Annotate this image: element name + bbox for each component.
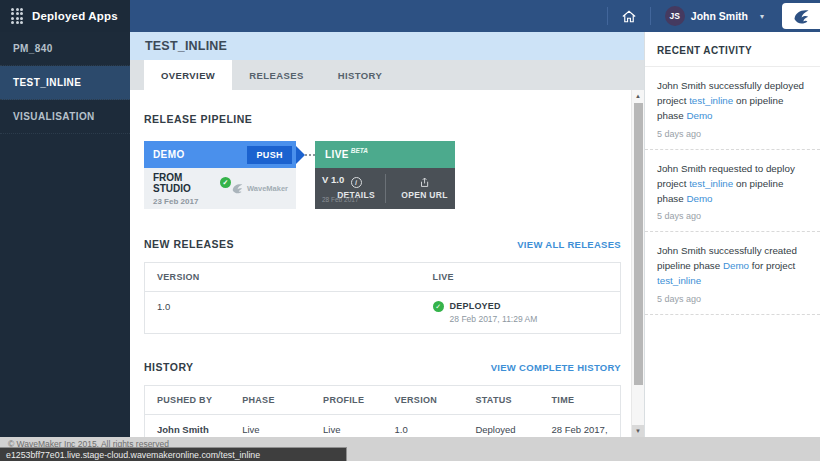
col-profile: PROFILE: [311, 386, 382, 415]
activity-time: 5 days ago: [657, 294, 808, 304]
col-version: VERSION: [145, 263, 421, 292]
deploy-status: DEPLOYED: [450, 301, 538, 311]
push-button[interactable]: PUSH: [247, 146, 292, 164]
phase-name-demo: DEMO: [153, 149, 185, 160]
beta-badge: BETA: [351, 147, 368, 154]
activity-phase-link[interactable]: Demo: [686, 193, 712, 204]
release-pipeline-heading: RELEASE PIPELINE: [144, 113, 621, 125]
table-row: John Smith Live Live 1.0 Deployed 28 Feb…: [145, 415, 621, 438]
demo-deploy-date: 23 Feb 2017: [153, 197, 231, 206]
overview-content: RELEASE PIPELINE DEMO PUSH FROM STUDIO ✓…: [130, 90, 644, 437]
demo-deploy-info: FROM STUDIO ✓ 23 Feb 2017: [153, 172, 231, 206]
wave-icon: [231, 182, 244, 195]
avatar[interactable]: JS: [665, 6, 685, 26]
activity-project-link[interactable]: test_inline: [689, 178, 733, 189]
live-card-header: LIVE BETA: [315, 141, 455, 168]
topbar-right: JS John Smith ▾: [130, 0, 820, 32]
history-pushed-by: John Smith: [145, 415, 231, 438]
view-complete-history-link[interactable]: VIEW COMPLETE HISTORY: [491, 362, 621, 373]
phase-card-demo: DEMO PUSH FROM STUDIO ✓ 23 Feb 2017 Wave…: [144, 141, 296, 209]
phase-card-live: LIVE BETA V 1.0 28 Feb 2017 i DETAILS: [315, 141, 455, 209]
sidebar-item-visualisation[interactable]: VISUALISATION: [0, 100, 130, 134]
divider: [385, 174, 386, 203]
wavemaker-watermark: WaveMaker: [231, 182, 288, 195]
success-check-icon: ✓: [220, 177, 231, 188]
home-icon[interactable]: [608, 0, 650, 32]
release-pipeline: DEMO PUSH FROM STUDIO ✓ 23 Feb 2017 Wave…: [144, 141, 621, 209]
brand-area: Deployed Apps: [0, 0, 130, 32]
activity-phase-link[interactable]: Demo: [723, 260, 749, 271]
table-row: 1.0 ✓ DEPLOYED 28 Feb 2017, 11:29 AM: [145, 292, 621, 334]
top-bar: Deployed Apps JS John Smith ▾: [0, 0, 820, 32]
col-pushed-by: PUSHED BY: [145, 386, 231, 415]
new-releases-table: VERSION LIVE 1.0 ✓ DEPLOYED 28 Feb 2017,…: [144, 262, 621, 334]
col-live: LIVE: [421, 263, 621, 292]
user-menu[interactable]: JS John Smith ▾: [651, 0, 776, 32]
tab-bar: OVERVIEW RELEASES HISTORY: [130, 60, 644, 90]
activity-item: John Smith successfully created pipeline…: [645, 232, 820, 315]
page-title: TEST_INLINE: [145, 39, 227, 53]
history-heading: HISTORY: [144, 361, 194, 373]
recent-activity-heading: RECENT ACTIVITY: [645, 32, 820, 67]
tab-releases[interactable]: RELEASES: [232, 60, 320, 90]
col-version: VERSION: [382, 386, 463, 415]
deploy-time: 28 Feb 2017, 11:29 AM: [450, 314, 538, 324]
live-version: V 1.0: [322, 174, 344, 185]
sidebar-item-pm-840[interactable]: PM_840: [0, 32, 130, 66]
activity-project-link[interactable]: test_inline: [657, 275, 701, 286]
title-band: TEST_INLINE: [130, 32, 644, 60]
history-status: Deployed: [463, 415, 539, 438]
history-version: 1.0: [382, 415, 463, 438]
chevron-down-icon[interactable]: ▾: [760, 12, 764, 21]
user-name: John Smith: [691, 10, 748, 22]
history-table: PUSHED BY PHASE PROFILE VERSION STATUS T…: [144, 385, 621, 437]
apps-grid-icon[interactable]: [11, 8, 23, 25]
col-phase: PHASE: [230, 386, 311, 415]
tab-history[interactable]: HISTORY: [321, 60, 400, 90]
scroll-up-icon[interactable]: ▲: [632, 90, 644, 102]
activity-project-link[interactable]: test_inline: [689, 95, 733, 106]
open-url-button[interactable]: OPEN URL: [394, 168, 455, 209]
history-profile-link[interactable]: Live: [311, 415, 382, 438]
sidebar: PM_840 TEST_INLINE VISUALISATION: [0, 32, 130, 437]
activity-time: 5 days ago: [657, 211, 808, 221]
sidebar-item-test-inline[interactable]: TEST_INLINE: [0, 66, 130, 100]
history-time: 28 Feb 2017,: [540, 415, 621, 438]
demo-card-header: DEMO PUSH: [144, 141, 296, 168]
activity-item: John Smith successfully deployed project…: [645, 67, 820, 150]
new-releases-heading: NEW RELEASES: [144, 238, 234, 250]
open-url-icon: [419, 177, 430, 188]
activity-item: John Smith requested to deploy project t…: [645, 150, 820, 233]
phase-name-live: LIVE: [325, 149, 349, 160]
release-version: 1.0: [145, 292, 421, 334]
tab-overview[interactable]: OVERVIEW: [144, 60, 232, 90]
wavemaker-logo[interactable]: [782, 3, 820, 29]
live-date: 28 Feb 2017: [322, 196, 359, 203]
vertical-scrollbar[interactable]: ▲ ▼: [631, 90, 644, 437]
deployed-check-icon: ✓: [433, 301, 444, 312]
activity-time: 5 days ago: [657, 129, 808, 139]
demo-card-body: FROM STUDIO ✓ 23 Feb 2017 WaveMaker: [144, 168, 296, 209]
history-phase: Live: [230, 415, 311, 438]
watermark-label: WaveMaker: [247, 184, 288, 193]
live-card-body: V 1.0 28 Feb 2017 i DETAILS OPEN URL: [315, 168, 455, 209]
view-all-releases-link[interactable]: VIEW ALL RELEASES: [517, 239, 621, 250]
col-status: STATUS: [463, 386, 539, 415]
browser-status-url: e1253bff77e01.live.stage-cloud.wavemaker…: [0, 447, 347, 461]
activity-phase-link[interactable]: Demo: [686, 110, 712, 121]
app-title: Deployed Apps: [32, 10, 118, 22]
live-version-area: V 1.0 28 Feb 2017 i DETAILS: [315, 168, 377, 209]
scroll-down-icon[interactable]: ▼: [632, 425, 644, 437]
main-area: TEST_INLINE OVERVIEW RELEASES HISTORY RE…: [130, 32, 644, 437]
scrollbar-thumb[interactable]: [634, 103, 643, 385]
col-time: TIME: [540, 386, 621, 415]
from-studio-label: FROM STUDIO: [153, 172, 216, 194]
info-icon: i: [351, 177, 362, 188]
recent-activity-panel: RECENT ACTIVITY John Smith successfully …: [644, 32, 820, 437]
